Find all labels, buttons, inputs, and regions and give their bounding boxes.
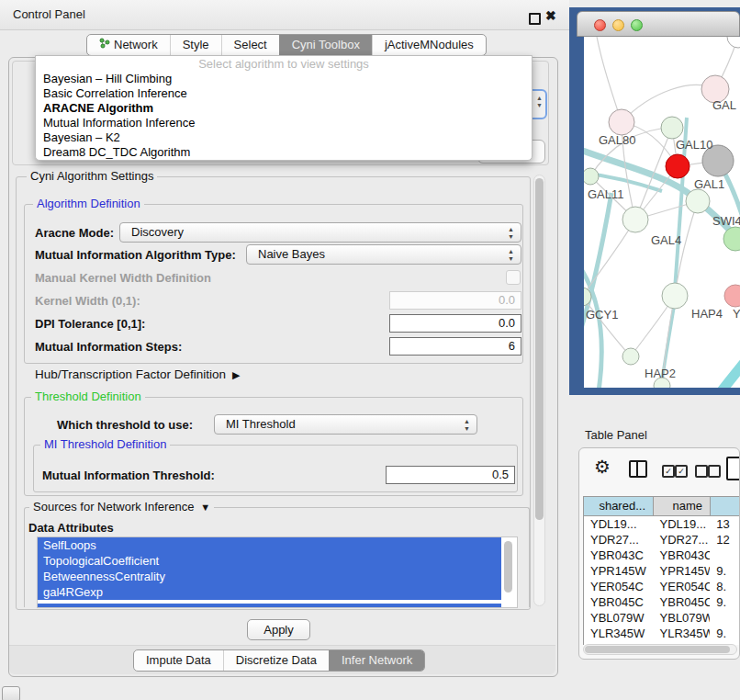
algorithm-option-dream8-dc-tdc-algorithm[interactable]: Dream8 DC_TDC Algorithm (36, 145, 532, 160)
table-row[interactable]: YLR345WYLR345W9. (584, 626, 740, 641)
algorithm-option-mutual-information-inference[interactable]: Mutual Information Inference (36, 116, 532, 130)
sources-group-title: Sources for Network Inference (33, 500, 195, 514)
stepper-arrows-icon: ▲▼ (508, 226, 514, 241)
table-cell: YER054C (654, 579, 711, 594)
data-attributes-label: Data Attributes (28, 521, 114, 535)
which-threshold-select[interactable]: MI Threshold ▲▼ (214, 414, 477, 435)
column-header-shared[interactable]: shared... (583, 497, 653, 516)
minimize-traffic-light-icon[interactable] (612, 19, 624, 31)
mi-steps-label: Mutual Information Steps: (35, 340, 182, 354)
network-window-titlebar[interactable] (577, 11, 740, 37)
network-edge[interactable] (714, 347, 740, 388)
table-cell: YBL079W (654, 610, 711, 626)
data-attribute-selfloops[interactable]: SelfLoops (38, 537, 501, 553)
table-cell: YBR045C (654, 594, 711, 610)
node-gal1[interactable] (686, 189, 710, 213)
table-row[interactable]: YBR045CYBR045C9. (584, 594, 740, 610)
table-row[interactable]: YPR145WYPR145W9. (584, 563, 740, 579)
algorithm-option-aracne-algorithm[interactable]: ARACNE Algorithm (36, 101, 532, 116)
network-edge[interactable] (597, 37, 622, 122)
checked-checkbox-icon[interactable]: ✓ (662, 465, 675, 478)
node-hap4[interactable] (662, 283, 688, 309)
node-gal4[interactable] (622, 207, 648, 232)
tab-impute-data[interactable]: Impute Data (134, 650, 223, 671)
node-hap2[interactable] (622, 348, 639, 365)
tab-discretize-data[interactable]: Discretize Data (223, 650, 329, 671)
table-cell: 9. (710, 626, 740, 641)
tab-jactivemnodules[interactable]: jActiveMNodules (372, 35, 486, 55)
mini-corner-button[interactable] (2, 686, 20, 700)
column-header-partial[interactable] (710, 497, 740, 516)
threshold-definition-title: Threshold Definition (31, 390, 145, 403)
mi-threshold-field[interactable]: 0.5 (386, 466, 515, 484)
algorithm-option-basic-correlation-inference[interactable]: Basic Correlation Inference (36, 86, 532, 101)
table-cell: 12 (710, 532, 740, 548)
node-label-gal1: GAL1 (694, 177, 724, 191)
unchecked-checkbox-icon[interactable] (708, 465, 721, 478)
table-horizontal-scrollbar[interactable] (583, 644, 737, 655)
table-cell: YBR043C (584, 548, 654, 563)
table-rows: YDL19...YDL19...13YDR27...YDR27...12YBR0… (583, 516, 740, 645)
table-row[interactable]: YDL19...YDL19...13 (584, 516, 740, 532)
attributes-scrollbar-thumb[interactable] (504, 541, 512, 593)
table-row[interactable]: YDR27...YDR27...12 (584, 532, 740, 548)
close-panel-icon[interactable]: ✖ (545, 8, 556, 23)
node-gal80[interactable] (609, 109, 634, 135)
table-cell: YPR145W (654, 563, 711, 579)
network-canvas[interactable]: GALGAL80GAL10GAL1SWI4GAL11GAL4GCY1HAP4YH… (584, 37, 740, 388)
unchecked-checkbox-icon[interactable] (695, 465, 708, 478)
mi-algorithm-type-select[interactable]: Naive Bayes ▲▼ (246, 244, 521, 265)
float-window-icon[interactable] (529, 13, 541, 25)
algorithm-option-bayesian-k2[interactable]: Bayesian – K2 (36, 130, 532, 145)
table-cell (710, 548, 740, 563)
manual-kernel-width-label: Manual Kernel Width Definition (35, 271, 211, 285)
gear-icon[interactable]: ⚙ (594, 456, 611, 478)
node-gal11[interactable] (584, 168, 599, 185)
data-attribute-betweennesscentrality[interactable]: BetweennessCentrality (38, 569, 501, 584)
table-cell: YBL079W (584, 610, 654, 626)
close-traffic-light-icon[interactable] (594, 19, 606, 31)
table-row[interactable]: YBL079WYBL079W (584, 610, 740, 626)
column-header-name[interactable]: name (653, 497, 710, 516)
settings-scrollbar[interactable] (533, 175, 545, 606)
algorithm-definition-title: Algorithm Definition (33, 198, 144, 210)
data-attribute-gal4rgexp[interactable]: gal4RGexp (38, 584, 501, 600)
algorithm-option-bayesian-hill-climbing[interactable]: Bayesian – Hill Climbing (36, 72, 532, 86)
table-row[interactable]: YER054CYER054C8. (584, 579, 740, 594)
table-cell: 13 (710, 516, 740, 532)
columns-icon[interactable] (629, 460, 647, 478)
tab-style[interactable]: Style (170, 35, 221, 55)
sources-group-header[interactable]: Sources for Network Inference ▼ (29, 501, 214, 514)
network-edge[interactable] (584, 297, 631, 356)
node-unlabeled[interactable] (727, 37, 740, 48)
tab-cyni-toolbox[interactable]: Cyni Toolbox (279, 35, 372, 55)
node-y[interactable] (724, 285, 740, 307)
tab-infer-network[interactable]: Infer Network (329, 650, 424, 671)
node-gal10[interactable] (661, 117, 683, 139)
settings-scrollbar-thumb[interactable] (535, 178, 544, 520)
zoom-traffic-light-icon[interactable] (631, 19, 643, 31)
table-panel-title: Table Panel (585, 428, 647, 442)
node-label-gal: GAL (712, 98, 736, 112)
bottom-tabs: Impute DataDiscretize DataInfer Network (133, 649, 425, 672)
network-edge[interactable] (584, 255, 601, 388)
node-label-gal4: GAL4 (651, 233, 681, 247)
manual-kernel-width-checkbox[interactable] (506, 270, 521, 285)
tab-network[interactable]: Network (87, 35, 170, 55)
dpi-tolerance-field[interactable]: 0.0 (389, 314, 521, 333)
table-cell: YDL19... (584, 516, 654, 532)
apply-button[interactable]: Apply (247, 619, 310, 640)
table-hscrollbar-thumb[interactable] (585, 646, 730, 653)
data-attribute-partial-row[interactable] (38, 602, 501, 608)
hub-definition-toggle[interactable]: Hub/Transcription Factor Definition ▶ (35, 367, 240, 381)
kernel-width-field[interactable]: 0.0 (389, 291, 521, 310)
tab-select[interactable]: Select (221, 35, 279, 55)
checked-checkbox-icon[interactable]: ✓ (675, 465, 688, 478)
data-attribute-topologicalcoefficient[interactable]: TopologicalCoefficient (38, 553, 501, 569)
document-icon[interactable] (726, 457, 740, 480)
node-unlabeled[interactable] (666, 154, 690, 178)
table-row[interactable]: YBR043CYBR043C (584, 548, 740, 563)
mi-steps-field[interactable]: 6 (389, 337, 521, 356)
kernel-width-label: Kernel Width (0,1): (35, 294, 140, 308)
aracne-mode-select[interactable]: Discovery ▲▼ (119, 222, 521, 243)
